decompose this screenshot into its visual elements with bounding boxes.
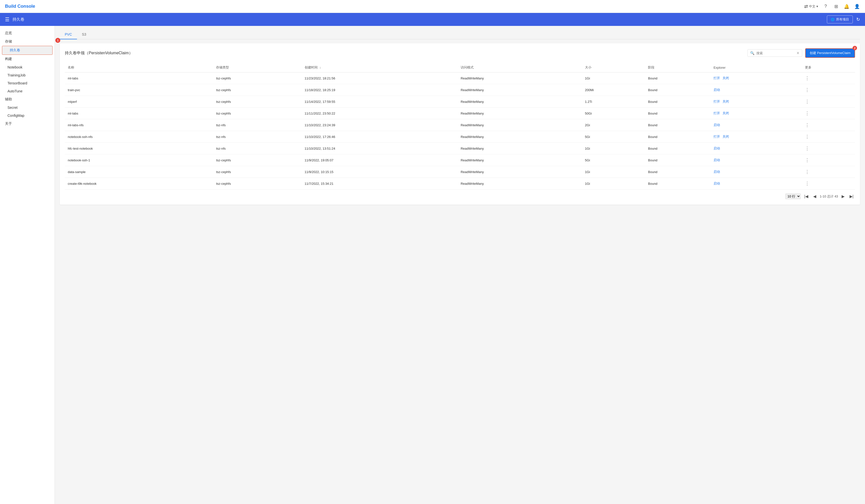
- more-icon[interactable]: ⋮: [805, 111, 809, 116]
- explorer-link[interactable]: 启动: [714, 169, 720, 174]
- more-icon[interactable]: ⋮: [805, 157, 809, 163]
- secret-label: Secret: [8, 106, 18, 109]
- language-selector[interactable]: ⇄ 中文 ▾: [804, 4, 818, 9]
- explorer-link[interactable]: 打开: [714, 99, 720, 104]
- more-icon[interactable]: ⋮: [805, 181, 809, 186]
- explorer-link[interactable]: 关闭: [723, 99, 729, 104]
- tab-pvc[interactable]: PVC: [60, 30, 77, 39]
- cell-created: 11/14/2022, 17:59:55: [302, 96, 458, 108]
- more-icon[interactable]: ⋮: [805, 76, 809, 81]
- cell-more[interactable]: ⋮: [802, 72, 855, 84]
- card-actions: 🔍 ✕ 创建 PersistentVolumeClaim 2: [747, 48, 855, 58]
- explorer-link[interactable]: 打开: [714, 134, 720, 139]
- explorer-link[interactable]: 关闭: [723, 134, 729, 139]
- cell-more[interactable]: ⋮: [802, 108, 855, 119]
- cell-size: 1Gi: [582, 178, 645, 189]
- cell-created: 11/23/2022, 18:21:56: [302, 72, 458, 84]
- page-size-select[interactable]: 10 行 20 行 50 行: [785, 194, 801, 199]
- explorer-link[interactable]: 关闭: [723, 76, 729, 80]
- badge-1: 1: [55, 38, 60, 43]
- cell-name: data-sample: [65, 166, 213, 178]
- explorer-link[interactable]: 启动: [714, 123, 720, 127]
- cell-access: ReadWriteMany: [458, 178, 582, 189]
- tab-s3[interactable]: S3: [77, 30, 91, 39]
- last-page-btn[interactable]: ▶|: [848, 193, 855, 200]
- sidebar-item-tensorboard[interactable]: TensorBoard: [0, 79, 55, 87]
- cell-access: ReadWriteMany: [458, 72, 582, 84]
- page-size-dropdown[interactable]: 10 行 20 行 50 行: [785, 194, 801, 199]
- explorer-link[interactable]: 启动: [714, 87, 720, 92]
- sidebar-about-section: 关于: [0, 119, 55, 128]
- cell-created: 11/10/2022, 17:26:46: [302, 131, 458, 143]
- more-icon[interactable]: ⋮: [805, 87, 809, 92]
- more-icon[interactable]: ⋮: [805, 122, 809, 128]
- cell-explorer: 启动: [711, 84, 802, 96]
- pvc-card: 持久卷申领（PersistenVolumeClaim） 🔍 ✕ 创建 Persi…: [60, 43, 860, 205]
- prev-page-btn[interactable]: ◀: [812, 193, 818, 200]
- main-content: PVC S3 持久卷申领（PersistenVolumeClaim） 🔍 ✕: [55, 26, 865, 504]
- cell-created: 11/7/2022, 15:34:21: [302, 178, 458, 189]
- table-row: ml-labs tsz-cephfs 11/23/2022, 18:21:56 …: [65, 72, 855, 84]
- sidebar-overview[interactable]: 总览: [0, 29, 55, 37]
- more-icon[interactable]: ⋮: [805, 134, 809, 139]
- bell-icon[interactable]: 🔔: [844, 3, 850, 10]
- more-icon[interactable]: ⋮: [805, 146, 809, 151]
- cell-type: tsz-cephfs: [213, 84, 301, 96]
- col-size: 大小: [582, 63, 645, 72]
- all-projects-label: 所有项目: [836, 17, 849, 22]
- cell-more[interactable]: ⋮: [802, 96, 855, 108]
- sidebar-item-secret[interactable]: Secret: [0, 104, 55, 112]
- cell-type: tsz-nfs: [213, 143, 301, 154]
- explorer-link[interactable]: 打开: [714, 76, 720, 80]
- more-icon[interactable]: ⋮: [805, 169, 809, 174]
- cell-more[interactable]: ⋮: [802, 178, 855, 189]
- cell-explorer: 启动: [711, 166, 802, 178]
- assist-label: 辅助: [5, 97, 12, 101]
- explorer-link[interactable]: 启动: [714, 181, 720, 186]
- sidebar: 总览 存储 持久卷 构建 Notebook TrainingJob Tensor…: [0, 26, 55, 504]
- all-projects-button[interactable]: 🌐 所有项目: [827, 15, 853, 23]
- cell-phase: Bound: [645, 108, 711, 119]
- about-label: 关于: [5, 121, 12, 126]
- first-page-btn[interactable]: |◀: [803, 193, 810, 200]
- sidebar-item-notebook[interactable]: Notebook: [0, 63, 55, 71]
- explorer-link[interactable]: 启动: [714, 146, 720, 151]
- cell-name: ml-labs-nfs: [65, 119, 213, 131]
- grid-icon[interactable]: ⊞: [833, 3, 839, 10]
- sidebar-item-trainingjob[interactable]: TrainingJob: [0, 71, 55, 79]
- cell-name: notebook-ssh-nfs: [65, 131, 213, 143]
- help-icon[interactable]: ?: [823, 3, 829, 10]
- sidebar-item-configmap[interactable]: ConfigMap: [0, 112, 55, 119]
- create-pvc-button[interactable]: 创建 PersistentVolumeClaim: [805, 48, 855, 58]
- hamburger-menu[interactable]: ☰: [5, 16, 10, 22]
- cell-created: 11/11/2022, 23:50:22: [302, 108, 458, 119]
- more-icon[interactable]: ⋮: [805, 99, 809, 104]
- cell-more[interactable]: ⋮: [802, 119, 855, 131]
- sidebar-item-autotune[interactable]: AutoTune: [0, 87, 55, 95]
- explorer-link[interactable]: 打开: [714, 111, 720, 116]
- cell-more[interactable]: ⋮: [802, 166, 855, 178]
- refresh-icon[interactable]: ↻: [856, 17, 860, 22]
- cell-type: tsz-nfs: [213, 119, 301, 131]
- explorer-link[interactable]: 关闭: [723, 111, 729, 116]
- sidebar-item-pvc[interactable]: 持久卷: [2, 46, 53, 55]
- cell-type: tsz-cephfs: [213, 166, 301, 178]
- clear-icon[interactable]: ✕: [796, 51, 799, 55]
- cell-more[interactable]: ⋮: [802, 84, 855, 96]
- search-input[interactable]: [757, 51, 795, 55]
- col-created[interactable]: 创建时间 ↓: [302, 63, 458, 72]
- cell-type: tsz-cephfs: [213, 72, 301, 84]
- cell-more[interactable]: ⋮: [802, 143, 855, 154]
- cell-phase: Bound: [645, 178, 711, 189]
- cell-explorer: 启动: [711, 178, 802, 189]
- cell-access: ReadWriteMany: [458, 166, 582, 178]
- cell-phase: Bound: [645, 166, 711, 178]
- configmap-label: ConfigMap: [8, 114, 24, 118]
- translate-icon: ⇄: [804, 4, 808, 9]
- cell-more[interactable]: ⋮: [802, 154, 855, 166]
- account-icon[interactable]: 👤: [854, 3, 860, 10]
- explorer-link[interactable]: 启动: [714, 158, 720, 162]
- cell-type: tsz-nfs: [213, 131, 301, 143]
- next-page-btn[interactable]: ▶: [840, 193, 846, 200]
- cell-more[interactable]: ⋮: [802, 131, 855, 143]
